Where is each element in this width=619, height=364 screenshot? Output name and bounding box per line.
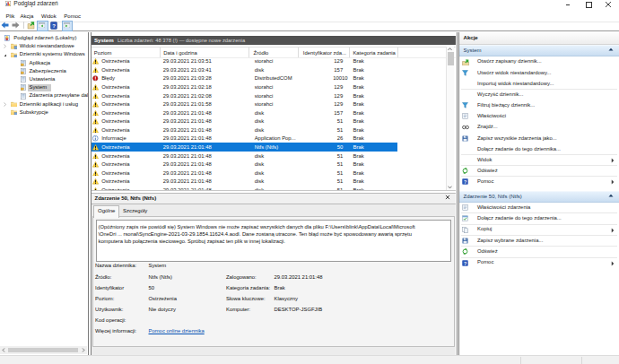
svg-text:?: ?	[463, 260, 466, 265]
svg-text:?: ?	[463, 179, 466, 185]
